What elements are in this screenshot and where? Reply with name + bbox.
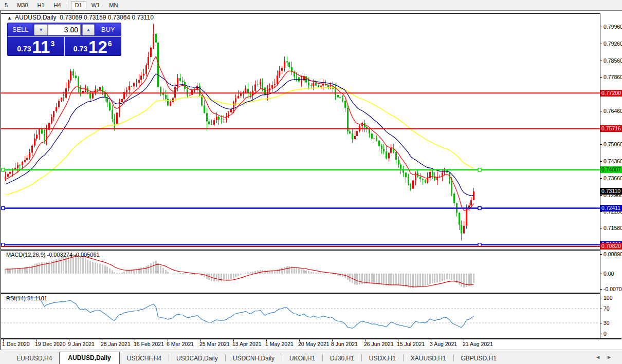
price-tick-label: 0.76460 (603, 108, 622, 114)
axis-tick (600, 274, 602, 274)
date-tick (464, 339, 464, 341)
chart-tab-usdcnh[interactable]: USDCNH,Daily (226, 353, 282, 364)
volume-input[interactable] (48, 24, 81, 35)
price-tick-label: 0.79260 (603, 41, 622, 47)
axis-tick (600, 323, 602, 323)
sell-button[interactable]: SELL (8, 24, 32, 36)
timeframe-button-m30[interactable]: M30 (13, 1, 32, 9)
chart-tab-usdcad[interactable]: USDCAD,Daily (169, 353, 225, 364)
toolbar-divider (68, 2, 68, 9)
date-tick (3, 339, 4, 341)
date-tick (398, 339, 398, 341)
chart-tab-audusd[interactable]: AUDUSD,Daily (59, 352, 119, 364)
rsi-scale-label: 70 (603, 305, 610, 312)
date-tick-label: 16 Feb 2021 (134, 341, 164, 347)
level-price-box-0.74007: 0.74007 (600, 166, 622, 173)
price-tick-label: 0.73660 (603, 175, 622, 181)
chart-tab-usdchf[interactable]: USDCHF,H4 (120, 353, 169, 364)
axis-tick (600, 309, 602, 309)
date-tick-label: 25 Mar 2021 (199, 341, 230, 347)
rsi-scale-label: 30 (603, 320, 610, 326)
date-tick (365, 339, 365, 341)
tab-scroll-left-icon[interactable]: ◄ (595, 354, 607, 360)
date-tick-label: 3 Aug 2021 (430, 341, 457, 347)
chart-tab-eurusd[interactable]: EURUSD,H4 (9, 353, 59, 364)
window-border-top (0, 10, 622, 11)
chart-tab-usdx[interactable]: USDX,H1 (362, 353, 403, 364)
level-price-box-0.72411: 0.72411 (600, 205, 622, 212)
date-tick (102, 339, 102, 341)
date-tick (168, 339, 168, 341)
macd-scale-label: 0.00 (603, 271, 614, 277)
timeframe-button-d1[interactable]: D1 (71, 1, 86, 9)
chart-tab-dj30[interactable]: DJ30,H1 (323, 353, 361, 364)
bid-price-point: 3 (50, 40, 54, 48)
current-price-box: 0.73110 (600, 188, 622, 195)
timeframe-button-h1[interactable]: H1 (33, 1, 49, 9)
timeframe-button-mn[interactable]: MN (105, 1, 122, 9)
rsi-pane[interactable] (1, 294, 600, 339)
buy-button[interactable]: BUY (96, 24, 121, 36)
bid-price[interactable]: 0.73113 (8, 36, 65, 56)
axis-tick (600, 77, 602, 78)
timeframe-button-h4[interactable]: H4 (50, 1, 65, 9)
axis-tick (600, 289, 602, 290)
macd-scale-label: -0.007013 (603, 286, 622, 292)
date-tick (233, 339, 234, 341)
axis-tick (600, 111, 602, 111)
axis-tick (600, 334, 602, 334)
axis-tick (600, 195, 602, 196)
date-tick-label: 1 May 2021 (265, 341, 294, 347)
timeframe-button-w1[interactable]: W1 (87, 1, 104, 9)
timeframe-toolbar: 5M30H1H4D1W1MN (0, 0, 622, 10)
date-tick-label: 9 Jan 2021 (68, 341, 95, 347)
symbol-period-label: AUDUSD,Daily (15, 14, 57, 21)
axis-tick (600, 228, 602, 228)
chart-title: ▲AUDUSD,Daily 0.73069 0.73159 0.73064 0.… (7, 14, 154, 21)
volume-decrease-button[interactable]: ▼ (34, 24, 48, 35)
date-tick-label: 15 Jul 2021 (397, 341, 425, 347)
tab-scroll-right-icon[interactable]: ► (607, 354, 618, 360)
date-tick (299, 339, 300, 341)
chart-tab-xauusd[interactable]: XAUUSD,H1 (404, 353, 453, 364)
date-tick (36, 339, 36, 341)
axis-tick (600, 212, 602, 212)
date-tick (200, 339, 201, 341)
date-tick-label: 13 Apr 2021 (232, 341, 262, 347)
axis-tick (600, 161, 602, 162)
chart-tab-bar: EURUSD,H4AUDUSD,DailyUSDCHF,H4USDCAD,Dai… (0, 350, 622, 364)
collapse-triangle-icon[interactable]: ▲ (7, 15, 12, 21)
date-tick-label: 1 Dec 2020 (2, 341, 30, 347)
ask-price[interactable]: 0.73126 (65, 36, 121, 56)
axis-tick (600, 178, 602, 179)
date-tick (69, 339, 69, 341)
ask-price-point: 6 (108, 40, 112, 48)
price-tick-label: 0.75060 (603, 141, 622, 147)
chart-tab-ukoil[interactable]: UKOil,H1 (282, 353, 322, 364)
date-tick-label: 19 Dec 2020 (35, 341, 66, 347)
price-tick-label: 0.77860 (603, 74, 622, 80)
ask-price-base: 0.73 (74, 45, 87, 53)
axis-tick (600, 298, 602, 298)
timeframe-button-5[interactable]: 5 (1, 1, 12, 9)
axis-tick (600, 254, 602, 255)
price-tick-label: 0.74360 (603, 158, 622, 164)
bid-price-pips: 11 (32, 40, 50, 55)
axis-tick (600, 144, 602, 145)
date-tick-label: 8 Jun 2021 (331, 341, 358, 347)
price-tick-label: 0.71580 (603, 225, 622, 231)
date-tick-label: 26 Jun 2021 (364, 341, 394, 347)
volume-increase-button[interactable]: ▲ (82, 24, 95, 35)
ohlc-values: 0.73069 0.73159 0.73064 0.73110 (60, 14, 154, 21)
price-tick-label: 0.79960 (603, 24, 622, 30)
date-tick (431, 339, 431, 341)
trading-terminal-window: 5M30H1H4D1W1MN ▲AUDUSD,Daily 0.73069 0.7… (0, 0, 622, 364)
date-tick-label: 20 May 2021 (298, 341, 330, 347)
axis-tick (600, 27, 602, 27)
macd-indicator-label: MACD(12,26,9) -0.003274 -0.005061 (6, 252, 100, 258)
date-tick-label: 28 Jan 2021 (101, 341, 131, 347)
axis-tick (600, 44, 602, 44)
date-tick (135, 339, 135, 341)
chart-tab-gbpusd[interactable]: GBPUSD,H1 (454, 353, 504, 364)
price-tick-label: 0.78560 (603, 58, 622, 64)
